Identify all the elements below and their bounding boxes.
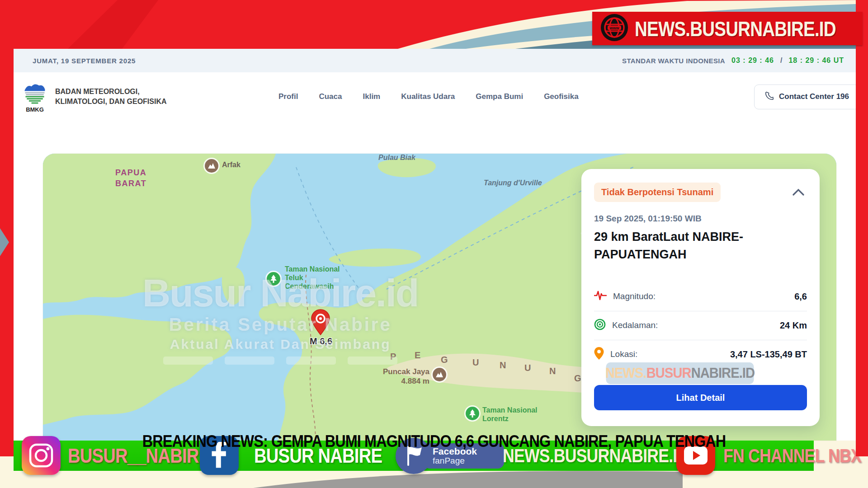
quake-datetime: 19 Sep 2025, 01:19:50 WIB xyxy=(594,214,807,224)
fanpage-label-bottom: fanPage xyxy=(433,456,504,466)
site-logo-box: www NEWS.BUSURNABIRE.ID xyxy=(592,12,863,45)
puncak-jaya-elevation: 4.884 m xyxy=(355,376,429,386)
panel-watermark: NEWS.BUSURNABIRE.ID xyxy=(606,362,754,384)
datetime-bar: JUMAT, 19 SEPTEMBER 2025 STANDAR WAKTU I… xyxy=(14,49,856,72)
quake-location-title: 29 km BaratLaut NABIRE-PAPUATENGAH xyxy=(594,228,784,263)
right-red-frame xyxy=(856,0,868,456)
clock-group: STANDAR WAKTU INDONESIA 03 : 29 : 46 / 1… xyxy=(622,56,844,65)
mountain-icon xyxy=(433,368,446,381)
tsunami-status-badge: Tidak Berpotensi Tsunami xyxy=(594,183,721,202)
contact-center-button[interactable]: Contact Center 196 xyxy=(754,84,859,109)
range-letter: U xyxy=(524,363,532,373)
range-letter: G xyxy=(574,373,582,384)
magnitude-value: 6,6 xyxy=(794,291,807,302)
puncak-jaya-name: Puncak Jaya xyxy=(355,367,429,376)
agency-line1: BADAN METEOROLOGI, xyxy=(55,87,167,97)
label-tn-lorentz: Taman Nasional Lorentz xyxy=(482,406,538,423)
map-watermark-line1: Busur xyxy=(142,271,250,314)
magnitude-label: Magnitudo: xyxy=(613,291,656,301)
watermark-part2: BUSUR xyxy=(646,365,691,381)
phone-icon xyxy=(764,91,774,103)
depth-icon xyxy=(594,319,606,332)
lihat-detail-button[interactable]: Lihat Detail xyxy=(594,385,807,410)
chevron-up-icon[interactable] xyxy=(793,189,804,197)
globe-www-icon: www xyxy=(600,14,628,43)
range-letter: U xyxy=(472,357,480,368)
clock-separator: / xyxy=(780,56,782,65)
content-area: JUMAT, 19 SEPTEMBER 2025 STANDAR WAKTU I… xyxy=(14,49,856,441)
nav-gempa-bumi[interactable]: Gempa Bumi xyxy=(476,92,523,101)
map-watermark-line4: Aktual Akurat Dan Seimbang xyxy=(142,337,418,352)
mountain-icon xyxy=(205,159,218,173)
earthquake-info-panel: Tidak Berpotensi Tsunami 19 Sep 2025, 01… xyxy=(581,169,820,426)
watermark-part3: NABIRE.ID xyxy=(691,365,755,381)
watermark-part1: NEWS. xyxy=(605,365,646,381)
label-puncak-jaya: Puncak Jaya 4.884 m xyxy=(355,367,429,386)
nav-kualitas-udara[interactable]: Kualitas Udara xyxy=(401,92,455,101)
depth-label: Kedalaman: xyxy=(612,320,658,330)
region-line1: PAPUA xyxy=(115,167,146,178)
range-letter: N xyxy=(549,366,557,376)
nav-profil[interactable]: Profil xyxy=(278,92,298,101)
main-nav: Profil Cuaca Iklim Kualitas Udara Gempa … xyxy=(278,92,579,101)
left-red-frame xyxy=(0,0,14,456)
range-letter: N xyxy=(500,360,507,371)
standard-time-label: STANDAR WAKTU INDONESIA xyxy=(622,57,725,65)
location-icon xyxy=(594,347,604,361)
earthquake-map[interactable]: Busur Nabire.id Berita Seputar Nabire Ak… xyxy=(43,154,836,441)
national-park-icon xyxy=(466,407,479,420)
nav-geofisika[interactable]: Geofisika xyxy=(544,92,579,101)
region-label-papua-barat: PAPUA BARAT xyxy=(115,167,146,189)
label-arfak: Arfak xyxy=(222,161,241,169)
svg-text:www: www xyxy=(609,26,619,30)
bmkg-brand[interactable]: BMKG BADAN METEOROLOGI, KLIMATOLOGI, DAN… xyxy=(21,81,170,113)
range-letter: G xyxy=(441,355,449,365)
wib-clock: 03 : 29 : 46 xyxy=(731,56,774,65)
contact-center-label: Contact Center 196 xyxy=(779,92,849,101)
region-line2: BARAT xyxy=(115,178,146,189)
map-watermark-social-icons xyxy=(142,357,418,365)
label-pulau-biak: Pulau Biak xyxy=(378,154,415,162)
agency-name: BADAN METEOROLOGI, KLIMATOLOGI, DAN GEOF… xyxy=(55,87,167,106)
tn-lorentz-line2: Lorentz xyxy=(482,414,538,423)
location-value: 3,47 LS-135,49 BT xyxy=(730,349,807,360)
site-header: BMKG BADAN METEOROLOGI, KLIMATOLOGI, DAN… xyxy=(14,72,856,121)
map-watermark-line3: Berita Seputar Nabire xyxy=(142,314,418,335)
magnitude-row: Magnitudo: 6,6 xyxy=(594,282,807,311)
location-label: Lokasi: xyxy=(610,349,637,359)
map-watermark-line2: Nabire.id xyxy=(260,271,418,314)
current-date: JUMAT, 19 SEPTEMBER 2025 xyxy=(33,57,136,65)
magnitude-icon xyxy=(594,290,607,303)
tn-lorentz-line1: Taman Nasional xyxy=(482,406,538,414)
utc-clock: 18 : 29 : 46 UT xyxy=(788,56,844,65)
depth-value: 24 Km xyxy=(780,320,807,331)
breaking-news-headline: BREAKING NEWS: GEMPA BUMI MAGNITUDO 6,6 … xyxy=(43,432,825,451)
label-tanjung-durville: Tanjung d'Urville xyxy=(484,179,542,187)
agency-line2: KLIMATOLOGI, DAN GEOFISIKA xyxy=(55,97,167,107)
depth-row: Kedalaman: 24 Km xyxy=(594,311,807,340)
nav-iklim[interactable]: Iklim xyxy=(363,92,380,101)
map-watermark: Busur Nabire.id Berita Seputar Nabire Ak… xyxy=(142,275,418,365)
site-title: NEWS.BUSURNABIRE.ID xyxy=(635,16,836,41)
bmkg-logo-icon: BMKG xyxy=(21,81,49,113)
bmkg-caption: BMKG xyxy=(21,106,49,113)
nav-cuaca[interactable]: Cuaca xyxy=(319,92,342,101)
